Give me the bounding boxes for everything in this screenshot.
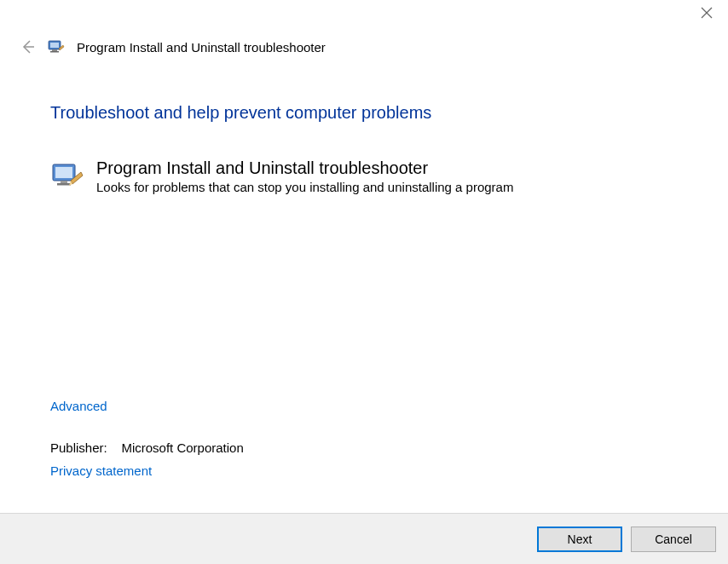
page-heading: Troubleshoot and help prevent computer p… bbox=[50, 103, 685, 123]
troubleshooter-name: Program Install and Uninstall troublesho… bbox=[96, 158, 513, 178]
svg-rect-9 bbox=[61, 181, 67, 183]
troubleshooter-description: Looks for problems that can stop you ins… bbox=[96, 180, 513, 194]
privacy-statement-link[interactable]: Privacy statement bbox=[50, 463, 152, 478]
back-arrow-icon[interactable] bbox=[19, 38, 36, 55]
close-icon[interactable] bbox=[701, 7, 713, 19]
svg-rect-6 bbox=[50, 51, 59, 53]
publisher-label: Publisher: bbox=[50, 440, 107, 455]
troubleshooter-icon bbox=[50, 160, 84, 194]
troubleshooter-text: Program Install and Uninstall troublesho… bbox=[96, 158, 513, 194]
advanced-link[interactable]: Advanced bbox=[50, 399, 107, 413]
lower-links: Advanced Publisher: Microsoft Corporatio… bbox=[50, 399, 647, 479]
publisher-value: Microsoft Corporation bbox=[121, 440, 243, 455]
troubleshooter-block: Program Install and Uninstall troublesho… bbox=[50, 158, 685, 194]
svg-rect-10 bbox=[57, 183, 71, 186]
content-area: Troubleshoot and help prevent computer p… bbox=[0, 55, 728, 194]
svg-rect-5 bbox=[52, 49, 57, 51]
titlebar bbox=[0, 0, 728, 30]
button-bar: Next Cancel bbox=[0, 513, 728, 564]
publisher-row: Publisher: Microsoft Corporation bbox=[50, 440, 647, 455]
troubleshooter-header-icon bbox=[48, 38, 65, 55]
header-row: Program Install and Uninstall troublesho… bbox=[0, 30, 728, 55]
svg-rect-8 bbox=[55, 167, 72, 178]
cancel-button[interactable]: Cancel bbox=[631, 527, 716, 552]
next-button[interactable]: Next bbox=[537, 527, 622, 552]
svg-rect-4 bbox=[50, 43, 59, 48]
window-title: Program Install and Uninstall troublesho… bbox=[77, 40, 326, 55]
